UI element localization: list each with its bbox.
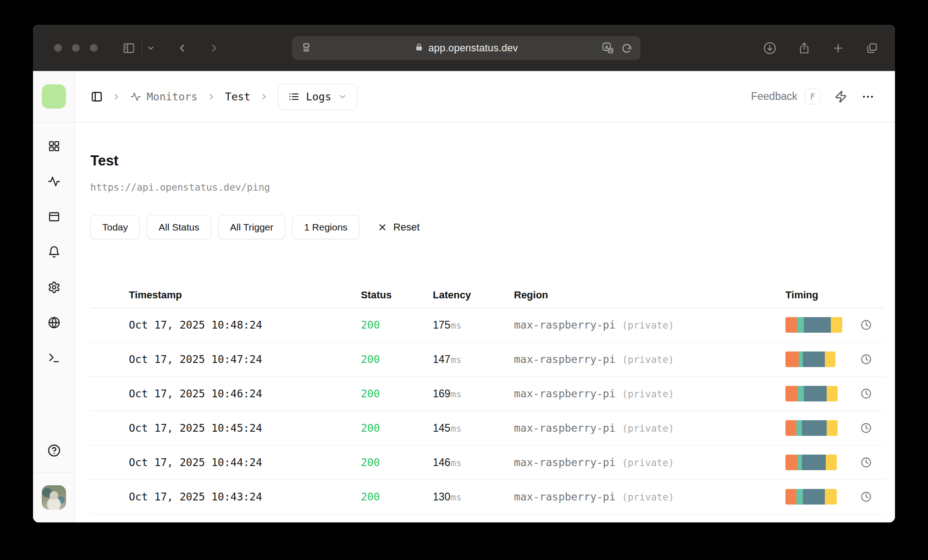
tab-overview-icon[interactable] (866, 42, 878, 55)
app-header: Monitors Test Logs (75, 71, 895, 122)
share-icon[interactable] (798, 42, 811, 55)
close-window-button[interactable] (54, 44, 62, 52)
chevron-right-icon (112, 92, 121, 101)
clock-icon[interactable] (860, 388, 885, 400)
more-options-icon[interactable] (861, 90, 875, 104)
clock-icon[interactable] (860, 422, 885, 434)
svg-text:x: x (609, 48, 612, 53)
toolbar-divider (142, 41, 142, 55)
clock-icon[interactable] (860, 491, 885, 503)
feedback-button[interactable]: Feedback F (751, 88, 821, 104)
status-cell: 200 (361, 388, 433, 400)
column-header-latency[interactable]: Latency (433, 289, 514, 301)
toolbar-sidebar-icon[interactable] (122, 42, 135, 55)
regions-filter-button[interactable]: 1 Regions (292, 215, 359, 239)
workspace-logo[interactable] (42, 84, 66, 109)
forward-button[interactable] (208, 42, 220, 54)
clock-icon[interactable] (860, 456, 885, 468)
timing-bar (785, 489, 837, 505)
region-cell: max-raspberry-pi (private) (514, 422, 785, 434)
trigger-filter-button[interactable]: All Trigger (218, 215, 286, 239)
column-header-timestamp[interactable]: Timestamp (129, 289, 361, 301)
table-row[interactable]: Oct 17, 2025 10:43:24 200 130ms max-rasp… (90, 480, 885, 514)
breadcrumb: Monitors Test Logs (91, 83, 358, 110)
sidebar-item-notifications[interactable] (48, 246, 61, 260)
sidebar-item-status-pages[interactable] (48, 210, 61, 225)
timestamp-cell: Oct 17, 2025 10:46:24 (129, 388, 361, 400)
clock-icon[interactable] (860, 353, 885, 365)
back-button[interactable] (176, 42, 188, 54)
timestamp-cell: Oct 17, 2025 10:47:24 (129, 353, 361, 365)
new-tab-icon[interactable] (832, 42, 845, 55)
region-cell: max-raspberry-pi (private) (514, 388, 785, 400)
lock-icon (414, 43, 424, 54)
timing-bar (785, 386, 838, 401)
logs-view-selector[interactable]: Logs (278, 83, 357, 110)
timing-bar (785, 351, 835, 367)
table-row[interactable]: Oct 17, 2025 10:45:24 200 145ms max-rasp… (90, 411, 885, 445)
sidebar-toggle-icon[interactable] (91, 91, 103, 103)
zoom-window-button[interactable] (90, 44, 98, 52)
monitor-endpoint-url: https://api.openstatus.dev/ping (90, 182, 885, 193)
timestamp-cell: Oct 17, 2025 10:44:24 (129, 456, 361, 468)
filter-bar: Today All Status All Trigger 1 Regions R… (90, 215, 885, 239)
minimize-window-button[interactable] (72, 44, 80, 52)
column-header-status[interactable]: Status (361, 289, 433, 301)
status-cell: 200 (361, 353, 433, 365)
sidebar-item-regions[interactable] (48, 316, 61, 331)
status-cell: 200 (361, 422, 433, 434)
user-avatar[interactable] (42, 485, 66, 510)
browser-titlebar: app.openstatus.dev Ax (33, 25, 895, 71)
sidebar-item-dashboard[interactable] (48, 140, 61, 154)
address-bar[interactable]: app.openstatus.dev Ax (292, 36, 641, 60)
clock-icon[interactable] (860, 319, 885, 331)
toolbar-chevron-down-icon[interactable] (147, 44, 155, 52)
status-cell: 200 (361, 491, 433, 503)
command-menu-icon[interactable] (834, 90, 847, 103)
logs-table: Timestamp Status Latency Region Timing O… (90, 282, 885, 514)
feedback-shortcut-badge: F (805, 88, 821, 104)
x-icon (377, 222, 387, 232)
sidebar-item-monitors[interactable] (48, 175, 61, 190)
breadcrumb-monitors[interactable]: Monitors (130, 91, 198, 103)
chevron-right-icon (207, 92, 216, 101)
status-cell: 200 (361, 456, 433, 468)
latency-cell: 147ms (433, 353, 514, 366)
activity-icon (130, 91, 141, 102)
list-icon (288, 91, 299, 102)
timing-bar (785, 420, 838, 436)
downloads-icon[interactable] (763, 41, 777, 55)
column-header-region[interactable]: Region (514, 289, 785, 301)
region-cell: max-raspberry-pi (private) (514, 491, 785, 503)
help-icon[interactable] (47, 444, 61, 459)
table-row[interactable]: Oct 17, 2025 10:44:24 200 146ms max-rasp… (90, 445, 885, 480)
reset-filters-button[interactable]: Reset (377, 221, 420, 233)
chevron-right-icon (260, 92, 269, 101)
breadcrumb-monitor-name[interactable]: Test (225, 91, 250, 103)
table-row[interactable]: Oct 17, 2025 10:47:24 200 147ms max-rasp… (90, 342, 885, 377)
timing-bar (785, 455, 837, 470)
address-text: app.openstatus.dev (428, 42, 518, 54)
timestamp-cell: Oct 17, 2025 10:45:24 (129, 422, 361, 434)
reload-icon[interactable] (621, 43, 632, 54)
page-settings-icon[interactable] (300, 41, 312, 55)
browser-window: app.openstatus.dev Ax (33, 25, 895, 522)
timestamp-cell: Oct 17, 2025 10:43:24 (129, 491, 361, 503)
translate-icon[interactable]: Ax (602, 42, 614, 54)
chevron-down-icon (338, 92, 347, 101)
status-filter-button[interactable]: All Status (147, 215, 211, 239)
latency-cell: 169ms (433, 388, 514, 400)
column-header-timing[interactable]: Timing (785, 289, 860, 301)
region-cell: max-raspberry-pi (private) (514, 353, 785, 365)
sidebar-item-settings[interactable] (48, 281, 61, 296)
sidebar-item-terminal[interactable] (48, 351, 61, 366)
table-row[interactable]: Oct 17, 2025 10:46:24 200 169ms max-rasp… (90, 377, 885, 411)
region-cell: max-raspberry-pi (private) (514, 319, 785, 331)
table-header-row: Timestamp Status Latency Region Timing (90, 282, 885, 308)
latency-cell: 146ms (433, 456, 514, 469)
table-row[interactable]: Oct 17, 2025 10:48:24 200 175ms max-rasp… (90, 308, 885, 342)
page-title: Test (90, 153, 885, 169)
region-cell: max-raspberry-pi (private) (514, 456, 785, 468)
app-sidebar (33, 71, 75, 522)
date-filter-button[interactable]: Today (90, 215, 140, 239)
